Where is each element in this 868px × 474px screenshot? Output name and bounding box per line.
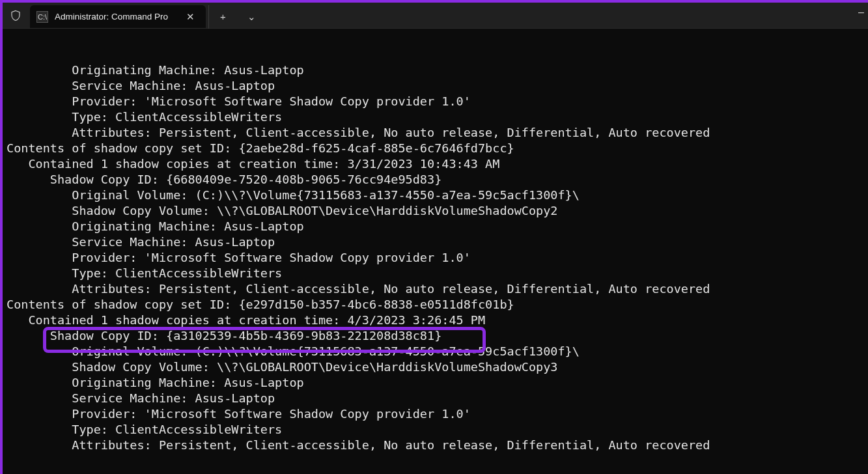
tab-bar-controls: + ⌄ <box>206 5 266 28</box>
admin-shield-icon <box>3 3 29 28</box>
terminal-line: Shadow Copy Volume: \\?\GLOBALROOT\Devic… <box>7 203 865 219</box>
tab-title: Administrator: Command Pro <box>55 12 177 21</box>
terminal-line: Original Volume: (C:)\\?\Volume{73115683… <box>7 188 865 203</box>
terminal-line: Contents of shadow copy set ID: {2aebe28… <box>7 141 865 156</box>
window-minimize-button[interactable]: – <box>845 3 868 29</box>
terminal-line: Type: ClientAccessibleWriters <box>7 109 865 125</box>
cmd-icon: C:\ <box>36 11 48 23</box>
close-tab-button[interactable]: ✕ <box>184 11 197 23</box>
terminal-line: Service Machine: Asus-Laptop <box>7 234 865 250</box>
title-bar: C:\ Administrator: Command Pro ✕ + ⌄ – <box>3 3 868 29</box>
terminal-line: Originating Machine: Asus-Laptop <box>7 219 865 234</box>
active-tab[interactable]: C:\ Administrator: Command Pro ✕ <box>30 5 206 28</box>
terminal-line: Type: ClientAccessibleWriters <box>7 422 865 438</box>
terminal-line: Service Machine: Asus-Laptop <box>7 391 865 406</box>
terminal-line: Provider: 'Microsoft Software Shadow Cop… <box>7 250 865 266</box>
terminal-line: Contained 1 shadow copies at creation ti… <box>7 156 865 172</box>
terminal-line: Originating Machine: Asus-Laptop <box>7 375 865 391</box>
terminal-line: Service Machine: Asus-Laptop <box>7 78 865 94</box>
terminal-line: Contained 1 shadow copies at creation ti… <box>7 313 865 328</box>
terminal-line: Attributes: Persistent, Client-accessibl… <box>7 125 865 141</box>
terminal-line: Shadow Copy ID: {a3102539-4b5b-4369-9b83… <box>7 328 865 344</box>
terminal-line: Attributes: Persistent, Client-accessibl… <box>7 281 865 297</box>
tab-dropdown-button[interactable]: ⌄ <box>237 5 266 29</box>
terminal-line: Original Volume: (C:)\\?\Volume{73115683… <box>7 344 865 359</box>
terminal-line: Shadow Copy Volume: \\?\GLOBALROOT\Devic… <box>7 359 865 375</box>
terminal-line: Attributes: Persistent, Client-accessibl… <box>7 438 865 453</box>
terminal-output[interactable]: Originating Machine: Asus-Laptop Service… <box>3 29 868 474</box>
terminal-line: Provider: 'Microsoft Software Shadow Cop… <box>7 406 865 422</box>
terminal-line: Type: ClientAccessibleWriters <box>7 266 865 281</box>
new-tab-button[interactable]: + <box>208 5 237 29</box>
terminal-line: Originating Machine: Asus-Laptop <box>7 63 865 78</box>
terminal-line: Provider: 'Microsoft Software Shadow Cop… <box>7 94 865 109</box>
terminal-line: Contents of shadow copy set ID: {e297d15… <box>7 297 865 313</box>
terminal-line: Shadow Copy ID: {6680409e-7520-408b-9065… <box>7 172 865 188</box>
